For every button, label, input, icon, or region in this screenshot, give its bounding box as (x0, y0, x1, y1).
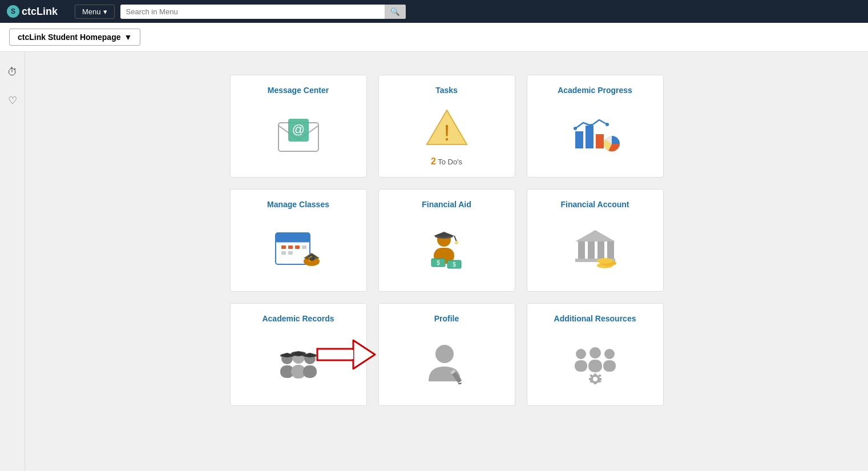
academic-records-title: Academic Records (240, 314, 357, 323)
svg-rect-6 (586, 126, 594, 148)
tile-additional-resources[interactable]: Additional Resources (527, 303, 664, 406)
menu-dropdown-icon: ▾ (103, 7, 107, 16)
svg-marker-34 (575, 230, 615, 241)
svg-point-29 (455, 241, 458, 244)
svg-rect-5 (575, 131, 583, 148)
menu-label: Menu (82, 7, 101, 16)
warning-icon: ! (424, 107, 470, 147)
tasks-title: Tasks (388, 86, 506, 95)
svg-rect-13 (276, 233, 310, 242)
svg-rect-18 (302, 245, 306, 249)
calendar-graduation-icon: 🎓 (273, 227, 324, 270)
dropdown-arrow-icon: ▼ (124, 33, 132, 42)
tile-financial-aid[interactable]: Financial Aid (378, 189, 515, 292)
menu-button[interactable]: Menu ▾ (75, 5, 115, 19)
search-icon: 🔍 (390, 7, 400, 16)
homepage-title-text: ctcLink Student Homepage (18, 33, 120, 42)
tile-profile[interactable]: Profile (378, 303, 515, 406)
page-header: ctcLink Student Homepage ▼ (0, 23, 868, 52)
svg-rect-16 (288, 245, 293, 249)
financial-aid-icon-area: $ $ (421, 216, 473, 281)
clock-icon[interactable]: ⏱ (4, 63, 21, 80)
additional-resources-title: Additional Resources (536, 314, 654, 323)
svg-rect-7 (596, 134, 604, 148)
manage-classes-title: Manage Classes (240, 200, 357, 209)
additional-resources-icon-area (570, 330, 621, 395)
svg-text:!: ! (443, 121, 450, 145)
content-area: Message Center @ Tasks (25, 52, 868, 471)
svg-point-9 (590, 124, 593, 127)
homepage-title-button[interactable]: ctcLink Student Homepage ▼ (9, 29, 140, 46)
svg-rect-19 (281, 251, 286, 255)
profile-icon-area (424, 330, 470, 395)
svg-point-10 (605, 123, 609, 126)
search-input[interactable] (120, 5, 406, 19)
tasks-badge-text: To Do's (438, 158, 462, 166)
svg-point-8 (574, 127, 577, 130)
heart-icon[interactable]: ♡ (4, 92, 21, 109)
red-arrow-icon (316, 337, 376, 372)
svg-point-63 (576, 349, 586, 359)
graduation-money-icon: $ $ (421, 227, 473, 270)
svg-rect-36 (588, 241, 595, 259)
profile-title: Profile (388, 314, 506, 323)
svg-rect-15 (281, 245, 286, 249)
tile-financial-account[interactable]: Financial Account (527, 189, 664, 292)
svg-rect-73 (589, 378, 592, 380)
logo-circle: S (7, 5, 19, 18)
tasks-count: 2 (431, 156, 436, 166)
svg-text:$: $ (453, 261, 456, 268)
svg-point-67 (604, 349, 615, 359)
message-center-icon-area: @ (276, 102, 321, 167)
svg-rect-57 (318, 350, 353, 359)
tasks-badge: 2 To Do's (431, 156, 462, 167)
svg-text:$: $ (437, 260, 440, 266)
tile-grid: Message Center @ Tasks (230, 75, 664, 406)
people-gear-icon (570, 341, 621, 384)
academic-progress-title: Academic Progress (536, 86, 654, 95)
tasks-icon-area: ! (424, 102, 470, 153)
tile-message-center[interactable]: Message Center @ (230, 75, 367, 178)
logo: S ctcLink (7, 5, 58, 18)
top-nav: S ctcLink Menu ▾ 🔍 (0, 0, 868, 23)
svg-rect-71 (594, 373, 596, 376)
svg-text:🎓: 🎓 (306, 253, 317, 263)
financial-aid-title: Financial Aid (388, 200, 506, 209)
svg-rect-72 (594, 382, 596, 384)
search-submit-button[interactable]: 🔍 (385, 5, 406, 19)
app-container: S ctcLink Menu ▾ 🔍 ctcLink Student Homep… (0, 0, 868, 471)
person-edit-icon (424, 341, 470, 384)
left-sidebar: ⏱ ♡ (0, 52, 25, 471)
svg-rect-68 (603, 360, 616, 372)
svg-text:@: @ (292, 122, 304, 136)
financial-account-title: Financial Account (536, 200, 654, 209)
svg-rect-50 (303, 365, 317, 378)
svg-point-59 (435, 345, 454, 363)
svg-rect-64 (575, 360, 587, 372)
svg-rect-38 (607, 241, 614, 259)
logo-text: ctcLink (22, 6, 58, 18)
bank-icon (570, 227, 621, 270)
svg-rect-37 (597, 241, 604, 259)
tile-tasks[interactable]: Tasks ! 2 To Do's (378, 75, 515, 178)
email-icon: @ (276, 114, 321, 154)
svg-rect-74 (599, 378, 601, 380)
svg-rect-35 (578, 241, 585, 259)
chart-icon (570, 114, 621, 154)
svg-point-65 (590, 347, 601, 359)
svg-rect-20 (288, 251, 293, 255)
main-layout: ⏱ ♡ Message Center @ (0, 52, 868, 471)
svg-point-70 (593, 377, 597, 381)
svg-rect-66 (588, 360, 602, 372)
svg-rect-17 (295, 245, 300, 249)
financial-account-icon-area (570, 216, 621, 281)
svg-point-42 (597, 258, 613, 264)
manage-classes-icon-area: 🎓 (273, 216, 324, 281)
tile-academic-progress[interactable]: Academic Progress (527, 75, 664, 178)
svg-line-28 (454, 236, 457, 241)
tile-manage-classes[interactable]: Manage Classes (230, 189, 367, 292)
search-bar: 🔍 (120, 5, 406, 19)
academic-progress-icon-area (570, 102, 621, 167)
red-arrow-annotation (316, 337, 376, 372)
message-center-title: Message Center (240, 86, 357, 95)
